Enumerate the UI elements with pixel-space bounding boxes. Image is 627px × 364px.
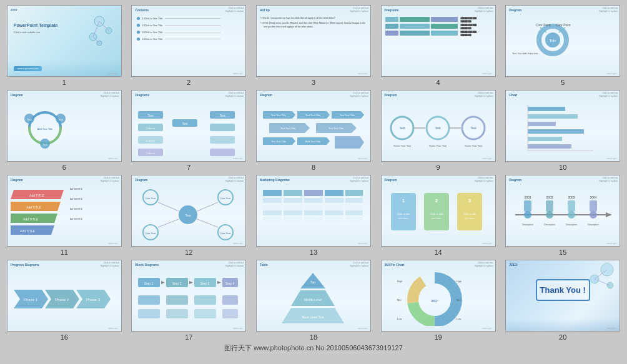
- slide14-corner: Click to edit textHighlight to replace: [475, 177, 493, 182]
- svg-text:Text Text Title: Text Text Title: [328, 127, 344, 130]
- slide4-cell-7: [385, 31, 399, 36]
- slide3-corner: Click to edit textHighlight to replace: [350, 7, 368, 12]
- slide-item-11: Diagram Click to edit textHighlight to r…: [4, 175, 125, 256]
- svg-text:Click to edit: Click to edit: [397, 212, 410, 215]
- svg-line-80: [158, 202, 179, 211]
- svg-rect-112: [304, 217, 323, 222]
- svg-text:Can Your: Can Your: [146, 232, 156, 235]
- slide11-label1: Add SUBTITLE: [70, 188, 118, 190]
- svg-text:Text: Text: [185, 214, 192, 217]
- slide-thumb-2[interactable]: Contents Click to edit textHighlight to …: [131, 5, 246, 77]
- svg-line-86: [158, 219, 179, 227]
- svg-rect-111: [284, 217, 302, 222]
- slide-thumb-7[interactable]: Diagrams Click to edit textHighlight to …: [131, 90, 246, 162]
- slide18-footer: www.to-get...: [358, 327, 368, 330]
- slide-number-10: 10: [559, 164, 566, 171]
- slide14-diagram: 1 Click to edit text here 2 Click to edi…: [388, 187, 485, 243]
- slide-thumb-13[interactable]: Marketing Diagrams Click to edit textHig…: [256, 175, 371, 247]
- slide-thumb-16[interactable]: Progress Diagrams Click to edit textHigh…: [7, 260, 122, 332]
- slide9-header: Diagram: [385, 93, 397, 97]
- slide16-footer: www.to-get...: [108, 327, 119, 330]
- slide-thumb-5[interactable]: Diagram Click to edit textHighlight to r…: [505, 5, 620, 77]
- slide2-item-label-1: 1.Click to See Title: [142, 17, 162, 20]
- svg-text:Description: Description: [588, 224, 599, 226]
- svg-text:High: High: [457, 280, 462, 283]
- svg-text:Add TITLE: Add TITLE: [26, 205, 41, 209]
- slide-number-6: 6: [62, 164, 66, 171]
- svg-rect-96: [284, 198, 302, 203]
- svg-text:Text Text Title: Text Text Title: [271, 114, 287, 117]
- slide-thumb-9[interactable]: Diagram Click to edit textHighlight to r…: [381, 90, 496, 162]
- svg-marker-156: [189, 281, 193, 284]
- slide-thumb-15[interactable]: Diagram Click to edit textHighlight to r…: [505, 175, 620, 247]
- slide-thumb-1[interactable]: ZDED PowerPoint Template Click to edit s…: [7, 5, 122, 77]
- slide-thumb-3[interactable]: Hot tip Click to edit textHighlight to r…: [256, 5, 371, 77]
- slide1-title: PowerPoint Template: [14, 23, 58, 27]
- svg-rect-102: [304, 204, 323, 209]
- slide19-footer: www.to-get...: [482, 327, 493, 330]
- slide9-corner: Click to edit textHighlight to replace: [475, 92, 493, 97]
- slide-item-17: Block Diagrams Click to edit textHighlig…: [129, 260, 250, 341]
- slide-thumb-6[interactable]: Diagram Click to edit textHighlight to r…: [7, 90, 122, 162]
- slide8-diagram: Text Text Title Text Text Title Text Tex…: [260, 102, 366, 158]
- slide9-diagram: Text Text Text Some Your Text Some Your …: [385, 102, 491, 158]
- slide-item-5: Diagram Click to edit textHighlight to r…: [502, 5, 623, 86]
- slide16-diagram: Phase 1 Phase 2 Phase 3: [11, 274, 117, 324]
- svg-text:Add TITLE: Add TITLE: [29, 194, 44, 197]
- slide18-corner: Click to edit textHighlight to replace: [350, 262, 368, 267]
- slide11-corner: Click to edit textHighlight to replace: [101, 177, 119, 182]
- slide1-brand: ZDED: [11, 8, 17, 11]
- slide2-dot-1: [137, 17, 140, 20]
- slide15-header: Diagram: [509, 178, 521, 182]
- slide-number-16: 16: [61, 333, 68, 341]
- slide20-border-box: Thank You !: [512, 279, 613, 301]
- slide2-item-label-2: 2.Click to See Title: [142, 24, 162, 27]
- watermark-text: 图行天下 www.photophoto.cn No.20100506043673…: [224, 344, 403, 352]
- svg-rect-61: [528, 114, 578, 119]
- slide-thumb-11[interactable]: Diagram Click to edit textHighlight to r…: [7, 175, 122, 247]
- slide7-corner: Click to edit textHighlight to replace: [225, 92, 244, 97]
- svg-rect-107: [304, 210, 323, 215]
- main-container: ZDED PowerPoint Template Click to edit s…: [0, 0, 627, 364]
- slide2-item-label-4: 4.Click to See Title: [142, 37, 162, 41]
- slide15-corner: Click to edit textHighlight to replace: [599, 177, 618, 182]
- slide2-corner: Click to edit textHighlight to replace: [225, 7, 244, 12]
- slide-thumb-19[interactable]: 360 Pie Chart Click to edit textHighligh…: [381, 260, 496, 332]
- slide-thumb-8[interactable]: Diagram Click to edit textHighlight to r…: [256, 90, 371, 162]
- slide2-dot-2: [137, 24, 140, 27]
- slide-thumb-10[interactable]: Chart Click to edit textHighlight to rep…: [505, 90, 620, 162]
- slide-item-20: ZDED Thank You ! www.to-get...: [502, 260, 623, 341]
- svg-text:Some Your Text: Some Your Text: [393, 144, 412, 147]
- slide-number-13: 13: [310, 248, 317, 256]
- svg-text:Text: Text: [435, 126, 441, 130]
- svg-text:Click Point: Click Point: [536, 23, 551, 27]
- slide-thumb-17[interactable]: Block Diagrams Click to edit textHighlig…: [131, 260, 246, 332]
- slide-number-9: 9: [437, 164, 440, 171]
- svg-rect-97: [304, 198, 323, 203]
- slide3-header: Hot tip: [260, 8, 270, 12]
- slide11-label4: Add SUBTITLE: [70, 218, 118, 220]
- svg-rect-95: [263, 198, 282, 203]
- svg-rect-165: [222, 295, 238, 305]
- slide-item-1: ZDED PowerPoint Template Click to edit s…: [4, 5, 125, 86]
- svg-text:Text Text Title: Text Text Title: [271, 140, 287, 143]
- slide-thumb-12[interactable]: Diagram Click to edit textHighlight to r…: [131, 175, 246, 247]
- slide-thumb-4[interactable]: Diagrams Click to edit textHighlight to …: [381, 5, 496, 77]
- slide-thumb-18[interactable]: Table Click to edit textHighlight to rep…: [256, 260, 371, 332]
- svg-text:Phase 3: Phase 3: [86, 298, 101, 302]
- svg-marker-153: [161, 281, 165, 284]
- svg-rect-104: [345, 204, 363, 209]
- slide-thumb-20[interactable]: ZDED Thank You ! www.to-get...: [505, 260, 620, 332]
- slide-number-7: 7: [187, 164, 190, 171]
- svg-rect-32: [210, 136, 235, 144]
- svg-text:Column: Column: [146, 127, 155, 130]
- slide-number-14: 14: [434, 248, 442, 256]
- slide-item-12: Diagram Click to edit textHighlight to r…: [129, 175, 250, 256]
- slide1-button[interactable]: www.to-get-more-text: [14, 66, 42, 71]
- svg-rect-98: [325, 198, 343, 203]
- slide5-text: Text: Your slide 5 item text...: [512, 52, 613, 56]
- slide-thumb-14[interactable]: Diagram Click to edit textHighlight to r…: [381, 175, 496, 247]
- svg-rect-62: [528, 122, 556, 126]
- svg-line-83: [197, 202, 218, 211]
- svg-rect-99: [345, 198, 363, 203]
